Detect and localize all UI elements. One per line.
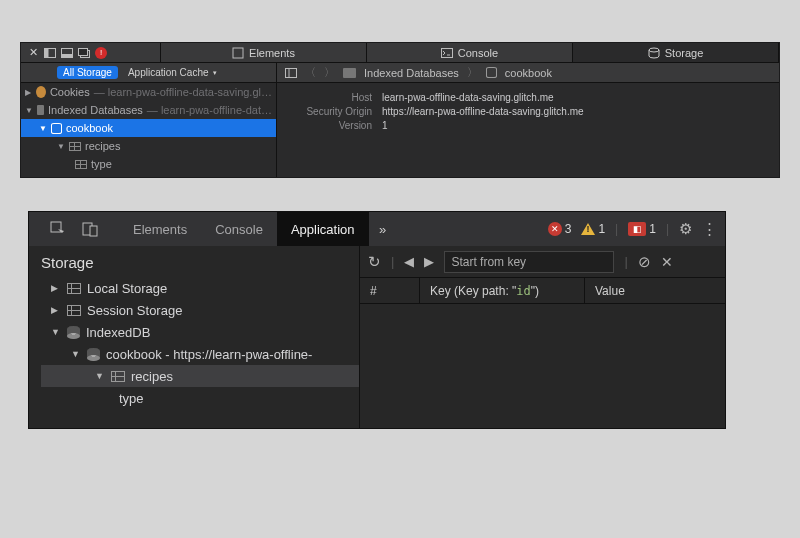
sidebar-item-database[interactable]: ▼ cookbook <box>21 119 276 137</box>
refresh-icon[interactable]: ↻ <box>368 253 381 271</box>
device-toggle-icon[interactable] <box>81 220 99 238</box>
popout-icon[interactable] <box>78 47 90 59</box>
column-index[interactable]: # <box>360 278 420 303</box>
sidebar-item-cookies[interactable]: ▶ Cookies — learn-pwa-offline-data-savin… <box>21 83 276 101</box>
detail-key: Version <box>287 120 382 131</box>
close-icon[interactable]: ✕ <box>661 254 673 270</box>
filter-app-cache[interactable]: Application Cache ▾ <box>122 66 223 79</box>
safari-toolbar: All Storage Application Cache ▾ 〈 〉 Inde… <box>21 63 779 83</box>
tab-overflow-icon[interactable]: » <box>369 212 397 246</box>
label: IndexedDB <box>86 325 150 340</box>
gear-icon[interactable]: ⚙ <box>679 220 692 238</box>
next-page-icon[interactable]: ▶ <box>424 254 434 269</box>
disclosure-down-icon: ▼ <box>39 124 47 133</box>
nav-back-icon[interactable]: 〈 <box>305 65 316 80</box>
tab-label: Storage <box>665 47 704 59</box>
tab-label: Elements <box>249 47 295 59</box>
tab-application[interactable]: Application <box>277 212 369 246</box>
sidebar-item-index[interactable]: type <box>41 387 359 409</box>
folder-icon <box>37 105 44 115</box>
safari-details: Hostlearn-pwa-offline-data-saving.glitch… <box>277 83 779 177</box>
label: Cookies <box>50 86 90 98</box>
safari-devtools: ✕ ! Elements Console Storage All Storage… <box>20 42 780 178</box>
dock-side-icon[interactable] <box>44 47 56 59</box>
disclosure-down-icon: ▼ <box>95 371 105 381</box>
storage-icon <box>67 283 81 294</box>
storage-icon <box>67 305 81 316</box>
chrome-status-area: ✕3 1 | ◧1 | ⚙ ⋮ <box>548 212 725 246</box>
warning-count[interactable]: 1 <box>581 222 605 236</box>
elements-icon <box>232 47 244 59</box>
inspect-icon[interactable] <box>49 220 67 238</box>
tab-elements[interactable]: Elements <box>119 212 201 246</box>
column-key[interactable]: Key (Key path: "id") <box>420 278 585 303</box>
error-count[interactable]: ✕3 <box>548 222 572 236</box>
sidebar-toggle-icon[interactable] <box>285 68 297 78</box>
table-icon <box>69 142 81 151</box>
tab-elements[interactable]: Elements <box>161 43 367 62</box>
chevron-right-icon: 〉 <box>467 65 478 80</box>
disclosure-down-icon: ▼ <box>25 106 33 115</box>
label: Session Storage <box>87 303 182 318</box>
start-key-input[interactable]: Start from key <box>444 251 614 273</box>
label: cookbook <box>66 122 113 134</box>
svg-point-8 <box>649 48 659 52</box>
filter-all-storage[interactable]: All Storage <box>57 66 118 79</box>
detail-key: Security Origin <box>287 106 382 117</box>
database-icon <box>486 67 497 78</box>
breadcrumb-item[interactable]: Indexed Databases <box>364 67 459 79</box>
sidebar-item-database[interactable]: ▼cookbook - https://learn-pwa-offline- <box>41 343 359 365</box>
sidebar-item-store[interactable]: ▼recipes <box>41 365 359 387</box>
sidebar-item-store[interactable]: ▼ recipes <box>21 137 276 155</box>
breadcrumb-item[interactable]: cookbook <box>505 67 552 79</box>
chrome-main: ↻ | ◀ ▶ Start from key | ⊘ ✕ # Key (Key … <box>359 246 725 428</box>
label: recipes <box>85 140 120 152</box>
sidebar-item-session-storage[interactable]: ▶Session Storage <box>41 299 359 321</box>
nav-forward-icon[interactable]: 〉 <box>324 65 335 80</box>
safari-tab-controls: ✕ ! <box>21 43 161 62</box>
chevron-down-icon: ▾ <box>213 69 217 77</box>
database-icon <box>87 348 100 361</box>
placeholder: Start from key <box>451 255 526 269</box>
svg-rect-1 <box>45 48 49 57</box>
kebab-icon[interactable]: ⋮ <box>702 220 717 238</box>
disclosure-right-icon: ▶ <box>51 305 61 315</box>
detail-value: https://learn-pwa-offline-data-saving.gl… <box>382 106 584 117</box>
disclosure-right-icon: ▶ <box>51 283 61 293</box>
label: Indexed Databases <box>48 104 143 116</box>
disclosure-down-icon: ▼ <box>51 327 61 337</box>
svg-rect-5 <box>79 48 88 55</box>
chrome-tool-buttons <box>29 212 119 246</box>
disclosure-right-icon: ▶ <box>25 88 32 97</box>
disclosure-down-icon: ▼ <box>57 142 65 151</box>
tab-label: Console <box>458 47 498 59</box>
chrome-devtools: Elements Console Application » ✕3 1 | ◧1… <box>28 211 726 429</box>
tab-console[interactable]: Console <box>201 212 277 246</box>
clear-icon[interactable]: ⊘ <box>638 253 651 271</box>
label: type <box>91 158 112 170</box>
tab-console[interactable]: Console <box>367 43 573 62</box>
error-badge[interactable]: ! <box>95 47 107 59</box>
label: Local Storage <box>87 281 167 296</box>
dock-bottom-icon[interactable] <box>61 47 73 59</box>
console-icon <box>441 48 453 58</box>
filter-label: Application Cache <box>128 67 209 78</box>
safari-sidebar: ▶ Cookies — learn-pwa-offline-data-savin… <box>21 83 277 177</box>
sidebar-item-local-storage[interactable]: ▶Local Storage <box>41 277 359 299</box>
sidebar-item-index[interactable]: type <box>21 155 276 173</box>
disclosure-down-icon: ▼ <box>71 349 81 359</box>
error-icon: ✕ <box>548 222 562 236</box>
svg-rect-6 <box>233 48 243 58</box>
warning-icon <box>581 223 595 235</box>
storage-icon <box>648 47 660 59</box>
column-value[interactable]: Value <box>585 278 635 303</box>
table-icon <box>75 160 87 169</box>
tab-storage[interactable]: Storage <box>573 43 779 62</box>
sidebar-item-indexed-db[interactable]: ▼ Indexed Databases — learn-pwa-offline-… <box>21 101 276 119</box>
prev-page-icon[interactable]: ◀ <box>404 254 414 269</box>
sidebar-item-indexeddb[interactable]: ▼IndexedDB <box>41 321 359 343</box>
close-icon[interactable]: ✕ <box>27 47 39 59</box>
issues-count[interactable]: ◧1 <box>628 222 656 236</box>
label: recipes <box>131 369 173 384</box>
safari-tab-bar: ✕ ! Elements Console Storage <box>21 43 779 63</box>
